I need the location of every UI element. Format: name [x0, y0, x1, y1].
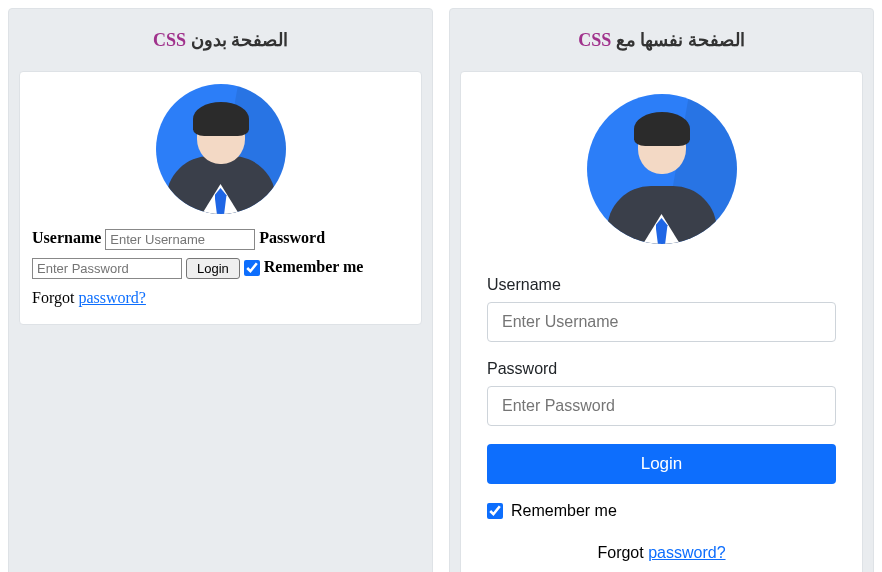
forgot-prefix: Forgot — [32, 289, 78, 306]
forgot-row: Forgot password? — [32, 284, 409, 313]
avatar-wrap — [32, 84, 409, 218]
remember-label: Remember me — [264, 258, 364, 275]
title-css-word: CSS — [578, 30, 611, 50]
title-css-word: CSS — [153, 30, 186, 50]
login-button[interactable]: Login — [186, 258, 240, 279]
username-group: Username — [487, 276, 836, 342]
password-label: Password — [259, 229, 325, 246]
remember-checkbox[interactable] — [487, 503, 503, 519]
title-ar-word: الصفحة نفسها مع — [616, 30, 745, 50]
username-input[interactable] — [105, 229, 255, 250]
remember-label: Remember me — [511, 502, 617, 520]
comparison-container: CSS الصفحة بدون Username Password — [8, 8, 874, 572]
username-label: Username — [487, 276, 836, 294]
panel-no-css-title: CSS الصفحة بدون — [19, 19, 422, 71]
remember-row: Remember me — [487, 502, 836, 520]
password-group: Password — [487, 360, 836, 426]
password-label: Password — [487, 360, 836, 378]
login-button[interactable]: Login — [487, 444, 836, 484]
avatar-wrap — [487, 94, 836, 248]
login-card-nocss: Username Password Login Remember me Forg… — [19, 71, 422, 325]
avatar-icon — [156, 84, 286, 214]
username-label: Username — [32, 229, 101, 246]
username-input[interactable] — [487, 302, 836, 342]
panel-with-css-title: CSS الصفحة نفسها مع — [460, 19, 863, 71]
forgot-password-link[interactable]: password? — [78, 289, 146, 306]
nocss-form: Username Password Login Remember me Forg… — [32, 224, 409, 312]
title-ar-word: الصفحة بدون — [191, 30, 289, 50]
panel-with-css: CSS الصفحة نفسها مع Username Password — [449, 8, 874, 572]
password-input[interactable] — [32, 258, 182, 279]
remember-checkbox[interactable] — [244, 260, 260, 276]
forgot-password-link[interactable]: password? — [648, 544, 725, 561]
avatar-icon — [587, 94, 737, 244]
login-card-withcss: Username Password Login Remember me Forg… — [460, 71, 863, 572]
panel-no-css: CSS الصفحة بدون Username Password — [8, 8, 433, 572]
forgot-row: Forgot password? — [487, 544, 836, 562]
forgot-prefix: Forgot — [597, 544, 648, 561]
password-input[interactable] — [487, 386, 836, 426]
